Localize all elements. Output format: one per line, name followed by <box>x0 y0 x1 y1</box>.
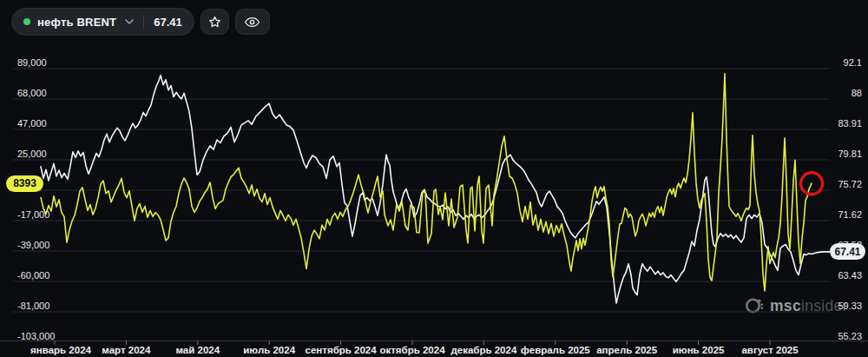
y-axis-label-right: 88 <box>852 88 862 98</box>
y-axis-label-left: -60,000 <box>17 270 49 281</box>
x-axis-label: июль 2024 <box>243 344 295 356</box>
favorite-star-button[interactable] <box>201 9 229 35</box>
y-axis-label-left: 25,000 <box>17 149 47 159</box>
x-axis-label: сентябрь 2024 <box>306 344 377 356</box>
chart-canvas[interactable] <box>0 0 868 357</box>
x-axis-label: январь 2024 <box>30 344 91 356</box>
y-axis-label-right: 83.91 <box>838 118 862 129</box>
star-icon <box>207 15 222 30</box>
x-axis-label: февраль 2025 <box>521 344 590 356</box>
x-axis-label: март 2024 <box>102 344 150 356</box>
y-axis-label-right: 63.43 <box>838 270 862 281</box>
left-axis-current-badge: 8393 <box>6 175 43 192</box>
status-dot <box>23 18 30 25</box>
x-axis-label: декабрь 2024 <box>450 344 516 356</box>
y-axis-label-right: 79.81 <box>838 149 862 159</box>
chevron-down-icon <box>125 19 134 24</box>
symbol-selector[interactable]: нефть BRENT 67.41 <box>11 8 194 36</box>
y-axis-label-left: -39,000 <box>17 240 49 250</box>
x-axis-label: август 2025 <box>741 344 798 356</box>
y-axis-label-left: -103,000 <box>17 331 55 341</box>
symbol-name: нефть BRENT <box>37 16 116 29</box>
x-axis-label: апрель 2025 <box>596 344 657 356</box>
x-axis-label: июнь 2025 <box>673 344 725 356</box>
right-axis-current-badge: 67.41 <box>830 243 865 260</box>
trading-chart-app: нефть BRENT 67.41 <box>0 0 868 357</box>
price-chart[interactable]: mscinsider 89,00068,00047,00025,000-17,0… <box>0 0 868 357</box>
y-axis-label-right: 55.23 <box>838 331 862 341</box>
eye-icon <box>244 16 260 29</box>
series-yellow <box>41 74 812 291</box>
x-axis-label: октябрь 2024 <box>379 344 444 356</box>
y-axis-label-left: 47,000 <box>17 118 47 129</box>
chart-header: нефть BRENT 67.41 <box>11 8 270 36</box>
y-axis-label-right: 59.33 <box>838 301 862 311</box>
symbol-price: 67.41 <box>154 16 182 29</box>
y-axis-label-right: 75.72 <box>838 179 862 189</box>
y-axis-label-right: 92.1 <box>844 57 862 68</box>
y-axis-label-left: -17,000 <box>17 209 49 220</box>
y-axis-label-left: 68,000 <box>17 88 47 98</box>
y-axis-label-left: -81,000 <box>17 301 49 311</box>
y-axis-label-right: 71.62 <box>838 209 862 220</box>
divider <box>143 15 144 29</box>
watch-eye-button[interactable] <box>235 9 270 35</box>
y-axis-label-left: 89,000 <box>17 57 47 68</box>
x-axis-label: май 2024 <box>175 344 220 356</box>
